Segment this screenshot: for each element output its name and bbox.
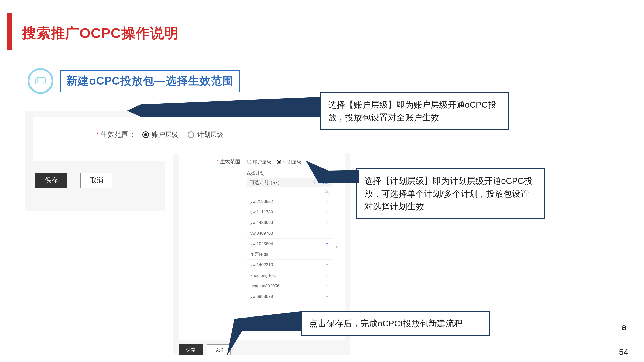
subtitle: 新建oCPC投放包—选择生效范围 [60,70,240,92]
plan-search-row[interactable] [247,187,332,196]
add-plan-icon[interactable]: + [325,230,328,236]
plan-row[interactable]: ywl4428693+ [247,217,332,228]
plan-name: 车票reids [250,251,268,257]
svg-rect-1 [37,78,45,83]
title-accent-bar [7,13,12,50]
radio-unselected-icon [247,160,251,164]
add-plan-icon[interactable]: + [325,251,328,257]
plan-row[interactable]: 车票reids+ [247,249,332,260]
radio-account-level-2[interactable]: 账户层级 [247,159,271,165]
plan-name: ywl6998679 [250,294,273,299]
svg-marker-5 [306,161,359,183]
step-icon [28,68,53,94]
plan-list: ywl2193852+ywl1111789+ywl4428693+ywl8409… [247,187,332,302]
callout2-pointer [306,158,359,183]
add-plan-icon[interactable]: + [325,273,328,278]
add-plan-icon[interactable]: + [325,241,328,247]
scope-label-1: *生效范围： [96,130,136,139]
radio-selected-icon [277,160,281,164]
radio-account-level-1[interactable]: 账户层级 [142,130,178,139]
callout-account-level: 选择【账户层级】即为账户层级开通oCPC投放，投放包设置对全账户生效 [320,92,509,130]
page-number: 54 [619,347,628,357]
cancel-button-1[interactable]: 取消 [80,173,112,188]
plan-name: xueqiong-test [250,273,276,278]
save-button-1[interactable]: 保存 [35,173,67,188]
save-button-2[interactable]: 保存 [179,344,203,355]
callout1-pointer [127,97,321,122]
add-plan-icon[interactable]: + [325,220,328,225]
transfer-right-icon[interactable]: ▸ [336,243,338,249]
plan-row[interactable]: ywl6998679+ [247,291,332,302]
add-plan-icon[interactable]: + [325,283,328,289]
plan-row[interactable]: ywl1111789+ [247,207,332,217]
callout3-pointer [227,311,302,356]
svg-marker-6 [227,311,302,356]
plan-row[interactable]: ywl2193852+ [247,196,332,207]
svg-marker-4 [127,97,321,117]
radio-plan-level-2[interactable]: 计划层级 [277,159,301,165]
radio-plan-level-1[interactable]: 计划层级 [188,130,223,139]
plan-row[interactable]: ywl8409763+ [247,228,332,239]
page-title: 搜索推广OCPC操作说明 [22,24,179,43]
radio-selected-icon [142,131,149,138]
add-plan-icon[interactable]: + [325,209,328,215]
search-icon [324,190,329,194]
callout-plan-level: 选择【计划层级】即为计划层级开通oCPC投放，可选择单个计划/多个计划，投放包设… [356,168,545,219]
radio-unselected-icon [188,131,194,138]
add-plan-icon[interactable]: + [325,294,328,300]
callout-save-complete: 点击保存后，完成oCPCt投放包新建流程 [301,311,490,336]
svg-point-2 [325,190,328,193]
plan-selection-panel: 可选计划（57） 全部添加 ywl2193852+ywl1111789+ywl4… [247,178,332,302]
plan-name: ywl8409763 [250,231,273,236]
plan-name: ywl1111789 [250,210,273,215]
plan-name: ywl1402310 [250,262,273,267]
plan-row[interactable]: ywl1402310+ [247,260,332,270]
available-plans-count: 可选计划（57） [250,179,282,186]
plan-name: ywl1023604 [250,241,273,246]
plan-row[interactable]: ywl1023604+ [247,239,332,249]
plan-name: ywl4428693 [250,220,273,225]
add-plan-icon[interactable]: + [325,262,328,268]
scope-label-2: *生效范围： [217,158,245,165]
plan-row[interactable]: testplan832056+ [247,281,332,291]
add-plan-icon[interactable]: + [325,199,328,204]
plan-name: testplan832056 [250,284,279,289]
annotation-a: a [622,322,626,332]
plan-name: ywl2193852 [250,199,273,204]
svg-line-3 [327,192,329,194]
select-plan-label: 选择计划 [246,170,264,176]
plan-row[interactable]: xueqiong-test+ [247,270,332,281]
